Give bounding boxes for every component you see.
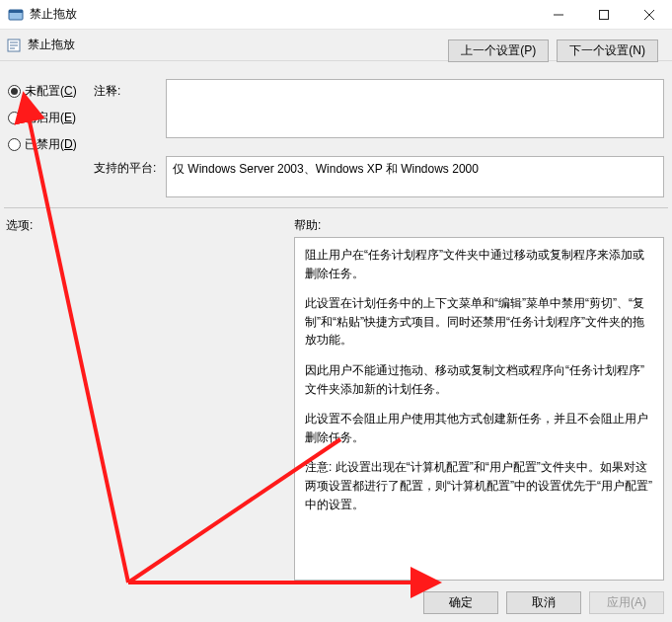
close-button[interactable] <box>627 0 672 30</box>
policy-icon <box>6 38 22 53</box>
supported-platforms-field[interactable]: 仅 Windows Server 2003、Windows XP 和 Windo… <box>166 156 664 197</box>
previous-setting-button[interactable]: 上一个设置(P) <box>448 39 549 62</box>
help-paragraph: 注意: 此设置出现在“计算机配置”和“用户配置”文件夹中。如果对这两项设置都进行… <box>305 458 653 513</box>
nav-row: 上一个设置(P) 下一个设置(N) <box>448 39 658 62</box>
help-textarea[interactable]: 阻止用户在“任务计划程序”文件夹中通过移动或复制程序来添加或删除任务。 此设置在… <box>294 237 664 581</box>
apply-button-label: 应用(A) <box>607 595 646 610</box>
radio-circle-icon <box>8 85 21 98</box>
radio-circle-icon <box>8 112 21 124</box>
platform-label: 支持的平台: <box>94 160 156 177</box>
titlebar: 禁止拖放 <box>0 0 672 30</box>
supported-platforms-text: 仅 Windows Server 2003、Windows XP 和 Windo… <box>173 162 479 176</box>
ok-button[interactable]: 确定 <box>423 591 498 614</box>
svg-rect-1 <box>9 10 23 13</box>
radio-enabled-hotkey: E <box>64 111 72 124</box>
radio-enabled[interactable]: 已启用(E) <box>8 110 107 126</box>
apply-button[interactable]: 应用(A) <box>589 591 664 614</box>
app-icon <box>8 7 24 23</box>
state-radios: 未配置(C) 已启用(E) 已禁用(D) <box>8 83 107 163</box>
divider <box>4 207 668 208</box>
help-paragraph: 阻止用户在“任务计划程序”文件夹中通过移动或复制程序来添加或删除任务。 <box>305 246 653 282</box>
help-paragraph: 因此用户不能通过拖动、移动或复制文档或程序向“任务计划程序”文件夹添加新的计划任… <box>305 361 653 398</box>
minimize-button[interactable] <box>536 0 581 30</box>
options-label: 选项: <box>6 217 33 234</box>
help-paragraph: 此设置在计划任务中的上下文菜单和“编辑”菜单中禁用“剪切”、“复制”和“粘贴”快… <box>305 294 653 350</box>
subheader-title: 禁止拖放 <box>28 37 75 53</box>
cancel-button[interactable]: 取消 <box>506 591 581 614</box>
radio-circle-icon <box>8 138 21 151</box>
ok-button-label: 确定 <box>449 595 473 610</box>
next-setting-label: 下一个设置(N) <box>569 43 645 58</box>
next-setting-button[interactable]: 下一个设置(N) <box>557 39 658 62</box>
help-paragraph: 此设置不会阻止用户使用其他方式创建新任务，并且不会阻止用户删除任务。 <box>305 410 653 446</box>
comment-textarea[interactable] <box>166 79 664 138</box>
radio-not-configured-label: 未配置 <box>25 84 60 98</box>
footer-buttons: 确定 取消 应用(A) <box>423 591 664 614</box>
comment-label: 注释: <box>94 83 163 100</box>
dialog-body: 未配置(C) 已启用(E) 已禁用(D) 注释: 支持的平台: 仅 Window… <box>0 61 672 622</box>
radio-disabled-hotkey: D <box>64 137 73 151</box>
svg-rect-3 <box>600 10 609 19</box>
radio-disabled[interactable]: 已禁用(D) <box>8 136 107 153</box>
radio-disabled-label: 已禁用 <box>25 137 60 151</box>
window-title: 禁止拖放 <box>30 6 77 23</box>
radio-not-configured[interactable]: 未配置(C) <box>8 83 107 100</box>
radio-not-configured-hotkey: C <box>64 84 73 98</box>
previous-setting-label: 上一个设置(P) <box>461 43 536 58</box>
maximize-button[interactable] <box>581 0 627 30</box>
cancel-button-label: 取消 <box>532 595 556 610</box>
help-label: 帮助: <box>294 217 321 234</box>
radio-enabled-label: 已启用 <box>25 111 60 124</box>
